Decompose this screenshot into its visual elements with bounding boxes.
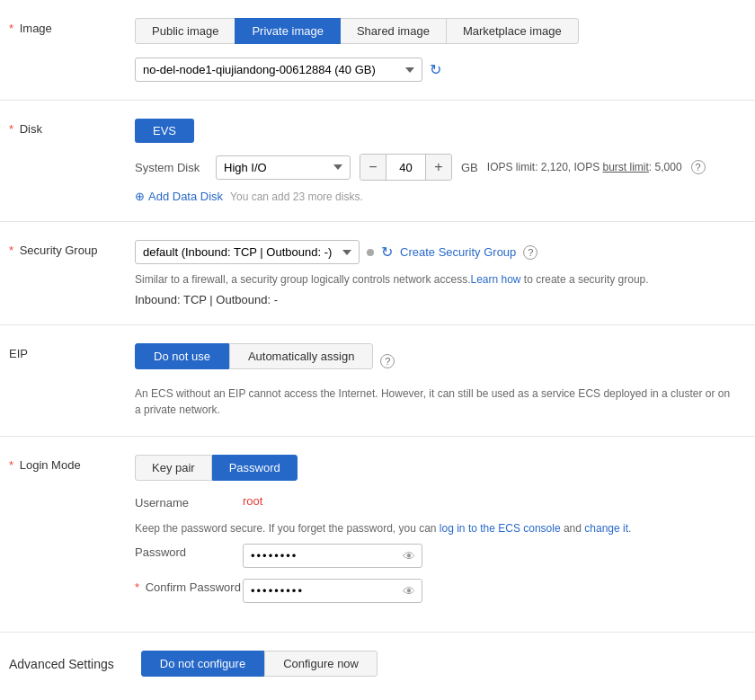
image-section: * Image Public image Private image Share… (0, 0, 755, 101)
security-group-section: * Security Group default (Inbound: TCP |… (0, 222, 755, 325)
login-mode-section: * Login Mode Key pair Password Username … (0, 437, 755, 633)
confirm-password-row: * Confirm Password 👁 (135, 579, 737, 603)
key-pair-button[interactable]: Key pair (135, 455, 212, 481)
image-select[interactable]: no-del-node1-qiujiandong-00612884 (40 GB… (135, 58, 422, 82)
advanced-tabs: Do not configure Configure now (141, 651, 378, 677)
login-section-label: Login Mode (20, 458, 81, 472)
sg-row: default (Inbound: TCP | Outbound: -) ↻ C… (135, 240, 737, 264)
configure-now-button[interactable]: Configure now (264, 651, 378, 677)
sg-section-label: Security Group (20, 244, 98, 257)
confirm-password-input-wrap: 👁 (243, 579, 422, 603)
eip-label: EIP (0, 343, 135, 418)
image-section-label: Image (20, 22, 52, 35)
password-description: Keep the password secure. If you forget … (135, 520, 737, 536)
sg-desc-text: Similar to a firewall, a security group … (135, 273, 470, 286)
add-disk-row: ⊕ Add Data Disk You can add 23 more disk… (135, 190, 737, 203)
login-content: Key pair Password Username root Keep the… (135, 455, 755, 614)
evs-button[interactable]: EVS (135, 119, 194, 143)
sg-select[interactable]: default (Inbound: TCP | Outbound: -) (135, 240, 360, 264)
password-input[interactable] (243, 544, 422, 568)
pwd-desc3: . (628, 522, 631, 535)
tab-private-image[interactable]: Private image (235, 18, 340, 44)
required-star-confirm: * (135, 580, 139, 594)
advanced-settings-section: Advanced Settings Do not configure Confi… (0, 633, 755, 695)
username-row: Username root (135, 494, 737, 509)
eip-section: EIP Do not use Automatically assign ? An… (0, 325, 755, 437)
tab-public-image[interactable]: Public image (135, 18, 235, 44)
burst-text: burst limit (603, 161, 649, 173)
sg-label: * Security Group (0, 240, 135, 306)
add-disk-button[interactable]: ⊕ Add Data Disk (135, 190, 223, 203)
eip-auto-assign-button[interactable]: Automatically assign (229, 343, 374, 369)
sg-content: default (Inbound: TCP | Outbound: -) ↻ C… (135, 240, 755, 306)
disk-help-icon[interactable]: ? (691, 160, 706, 174)
gb-label: GB (461, 161, 478, 174)
sg-rules: Inbound: TCP | Outbound: - (135, 293, 737, 306)
sg-status-dot (367, 249, 374, 256)
confirm-password-label: * Confirm Password (135, 579, 243, 594)
advanced-label: Advanced Settings (9, 657, 114, 671)
eip-section-label: EIP (9, 347, 28, 360)
eip-content: Do not use Automatically assign ? An ECS… (135, 343, 755, 418)
add-more-text: You can add 23 more disks. (230, 191, 363, 203)
change-link[interactable]: change it (584, 522, 628, 535)
password-row: Password 👁 (135, 544, 737, 568)
image-label: * Image (0, 18, 135, 82)
login-tabs: Key pair Password (135, 455, 737, 481)
pwd-desc2: and (561, 522, 585, 535)
disk-type-select[interactable]: High I/O (216, 155, 351, 180)
disk-size-control: − + (360, 154, 452, 181)
disk-row: System Disk High I/O − + GB IOPS limit: … (135, 154, 737, 181)
eip-help-icon[interactable]: ? (380, 354, 395, 368)
confirm-password-input[interactable] (243, 579, 422, 603)
login-mode-label: * Login Mode (0, 455, 135, 614)
disk-content: EVS System Disk High I/O − + GB IOPS lim… (135, 119, 755, 203)
eip-description: An ECS without an EIP cannot access the … (135, 385, 737, 418)
disk-label: * Disk (0, 119, 135, 203)
password-button[interactable]: Password (212, 455, 298, 481)
disk-size-input[interactable] (386, 155, 426, 180)
confirm-eye-icon[interactable]: 👁 (403, 584, 415, 598)
eip-row: Do not use Automatically assign ? (135, 343, 737, 378)
tab-shared-image[interactable]: Shared image (340, 18, 447, 44)
pwd-desc1: Keep the password secure. If you forget … (135, 522, 440, 535)
image-tabs: Public image Private image Shared image … (135, 18, 737, 44)
image-select-row: no-del-node1-qiujiandong-00612884 (40 GB… (135, 58, 737, 82)
required-star: * (9, 22, 13, 35)
create-sg-link[interactable]: Create Security Group (400, 245, 516, 259)
eye-icon[interactable]: 👁 (403, 549, 415, 563)
log-link[interactable]: log in to the ECS console (440, 522, 561, 535)
eip-do-not-use-button[interactable]: Do not use (135, 343, 229, 369)
sg-desc-text2: to create a security group. (521, 273, 649, 286)
sg-refresh-icon[interactable]: ↻ (381, 244, 393, 261)
disk-section-label: Disk (20, 122, 42, 136)
username-label: Username (135, 494, 243, 509)
required-star-login: * (9, 458, 13, 472)
eip-tabs: Do not use Automatically assign (135, 343, 373, 369)
username-value: root (243, 494, 262, 508)
tab-marketplace-image[interactable]: Marketplace image (446, 18, 579, 44)
image-content: Public image Private image Shared image … (135, 18, 755, 82)
learn-link[interactable]: Learn how (470, 273, 520, 286)
password-section: Keep the password secure. If you forget … (135, 520, 737, 603)
plus-circle-icon: ⊕ (135, 190, 145, 203)
disk-decrease-button[interactable]: − (360, 155, 386, 180)
disk-increase-button[interactable]: + (426, 155, 451, 180)
burst-value: : 5,000 (649, 161, 682, 173)
iops-text: IOPS limit: 2,120, IOPS burst limit: 5,0… (487, 161, 682, 173)
disk-section: * Disk EVS System Disk High I/O − + GB I… (0, 101, 755, 222)
system-disk-label: System Disk (135, 161, 207, 174)
sg-help-icon[interactable]: ? (523, 245, 537, 260)
add-disk-label: Add Data Disk (148, 190, 223, 203)
do-not-configure-button[interactable]: Do not configure (141, 651, 264, 677)
password-label: Password (135, 544, 243, 559)
sg-description: Similar to a firewall, a security group … (135, 271, 737, 288)
required-star-disk: * (9, 122, 13, 136)
required-star-sg: * (9, 244, 13, 257)
password-input-wrap: 👁 (243, 544, 422, 568)
refresh-icon[interactable]: ↻ (430, 61, 441, 78)
